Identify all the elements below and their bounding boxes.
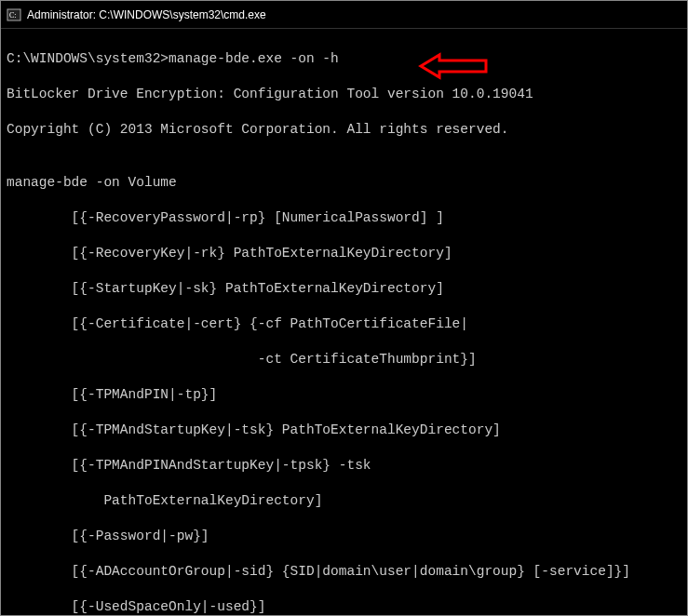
prompt-line: C:\WINDOWS\system32>manage-bde.exe -on -… [7, 50, 681, 68]
output-line: [{-StartupKey|-sk} PathToExternalKeyDire… [7, 280, 681, 298]
output-line: [{-TPMAndStartupKey|-tsk} PathToExternal… [7, 422, 681, 439]
titlebar[interactable]: C: Administrator: C:\WINDOWS\system32\cm… [1, 1, 687, 29]
terminal-output[interactable]: C:\WINDOWS\system32>manage-bde.exe -on -… [1, 29, 687, 616]
output-line: [{-UsedSpaceOnly|-used}] [7, 598, 681, 616]
output-line: [{-Certificate|-cert} {-cf PathToCertifi… [7, 315, 681, 333]
output-line: manage-bde -on Volume [7, 174, 681, 192]
svg-text:C:: C: [9, 11, 17, 20]
output-line: [{-RecoveryPassword|-rp} [NumericalPassw… [7, 209, 681, 227]
prompt: C:\WINDOWS\system32> [7, 51, 169, 66]
cmd-icon: C: [7, 7, 21, 22]
window-title: Administrator: C:\WINDOWS\system32\cmd.e… [27, 8, 266, 21]
output-line: BitLocker Drive Encryption: Configuratio… [7, 86, 681, 103]
command-text: manage-bde.exe -on -h [169, 51, 339, 66]
cmd-window: C: Administrator: C:\WINDOWS\system32\cm… [0, 0, 688, 616]
output-line: PathToExternalKeyDirectory] [7, 492, 681, 510]
output-line: Copyright (C) 2013 Microsoft Corporation… [7, 121, 681, 139]
output-line: [{-TPMAndPIN|-tp}] [7, 386, 681, 404]
output-line: -ct CertificateThumbprint}] [7, 351, 681, 368]
output-line: [{-RecoveryKey|-rk} PathToExternalKeyDir… [7, 245, 681, 262]
annotation-arrow-icon [368, 34, 491, 103]
output-line: [{-TPMAndPINAndStartupKey|-tpsk} -tsk [7, 457, 681, 475]
output-line: [{-ADAccountOrGroup|-sid} {SID|domain\us… [7, 563, 681, 581]
output-line: [{-Password|-pw}] [7, 528, 681, 545]
